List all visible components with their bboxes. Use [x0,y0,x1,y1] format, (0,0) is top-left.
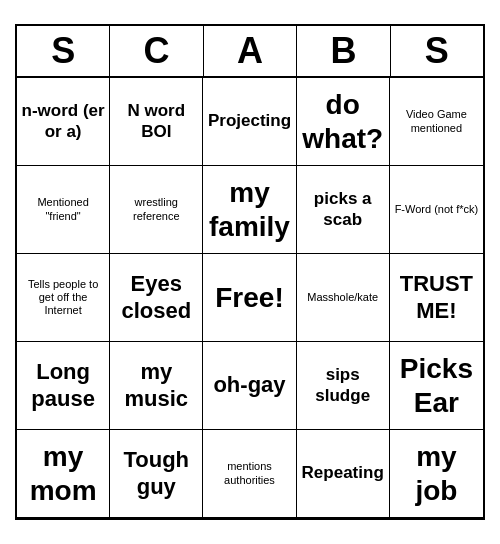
bingo-cell-15: Long pause [17,342,110,430]
cell-text-4: Video Game mentioned [394,108,479,134]
header-letter-C: C [110,26,203,78]
bingo-cell-24: my job [390,430,483,518]
bingo-grid: n-word (er or a)N word BOIProjectingdo w… [17,78,483,518]
bingo-cell-12: Free! [203,254,296,342]
cell-text-16: my music [114,359,198,412]
bingo-cell-6: wrestling reference [110,166,203,254]
bingo-cell-13: Masshole/kate [297,254,390,342]
bingo-cell-9: F-Word (not f*ck) [390,166,483,254]
cell-text-10: Tells people to get off the Internet [21,278,105,318]
bingo-cell-11: Eyes closed [110,254,203,342]
bingo-cell-4: Video Game mentioned [390,78,483,166]
cell-text-8: picks a scab [301,189,385,230]
bingo-cell-19: Picks Ear [390,342,483,430]
bingo-cell-14: TRUST ME! [390,254,483,342]
header-row: SCABS [17,26,483,78]
cell-text-24: my job [394,440,479,507]
bingo-cell-3: do what? [297,78,390,166]
cell-text-22: mentions authorities [207,460,291,486]
cell-text-15: Long pause [21,359,105,412]
cell-text-20: my mom [21,440,105,507]
bingo-cell-10: Tells people to get off the Internet [17,254,110,342]
cell-text-2: Projecting [208,111,291,131]
cell-text-9: F-Word (not f*ck) [395,203,479,216]
cell-text-5: Mentioned "friend" [21,196,105,222]
cell-text-1: N word BOI [114,101,198,142]
header-letter-B: B [297,26,390,78]
cell-text-13: Masshole/kate [307,291,378,304]
bingo-cell-7: my family [203,166,296,254]
bingo-cell-5: Mentioned "friend" [17,166,110,254]
cell-text-17: oh-gay [213,372,285,398]
bingo-cell-21: Tough guy [110,430,203,518]
cell-text-3: do what? [301,88,385,155]
cell-text-11: Eyes closed [114,271,198,324]
bingo-cell-1: N word BOI [110,78,203,166]
cell-text-7: my family [207,176,291,243]
cell-text-14: TRUST ME! [394,271,479,324]
bingo-cell-17: oh-gay [203,342,296,430]
bingo-cell-18: sips sludge [297,342,390,430]
bingo-cell-22: mentions authorities [203,430,296,518]
bingo-cell-23: Repeating [297,430,390,518]
header-letter-S: S [17,26,110,78]
cell-text-19: Picks Ear [394,352,479,419]
bingo-cell-2: Projecting [203,78,296,166]
bingo-cell-20: my mom [17,430,110,518]
bingo-cell-0: n-word (er or a) [17,78,110,166]
cell-text-6: wrestling reference [114,196,198,222]
cell-text-18: sips sludge [301,365,385,406]
cell-text-21: Tough guy [114,447,198,500]
cell-text-12: Free! [215,281,283,315]
header-letter-S: S [391,26,483,78]
header-letter-A: A [204,26,297,78]
bingo-cell-8: picks a scab [297,166,390,254]
bingo-card: SCABS n-word (er or a)N word BOIProjecti… [15,24,485,520]
bingo-cell-16: my music [110,342,203,430]
cell-text-0: n-word (er or a) [21,101,105,142]
cell-text-23: Repeating [302,463,384,483]
